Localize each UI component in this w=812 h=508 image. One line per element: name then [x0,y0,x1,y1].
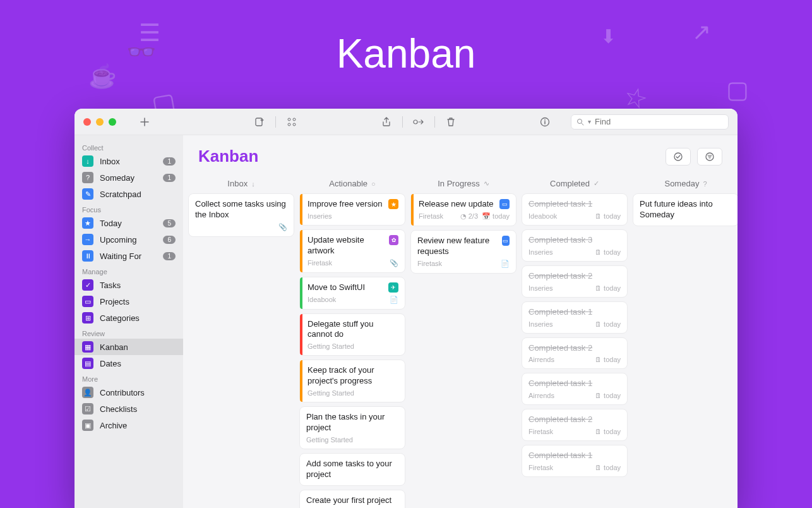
card-title: Keep track of your project's progress [307,365,398,387]
card-title: Completed task 2 [528,414,592,425]
sidebar-group-label: Collect [75,140,183,153]
move-button[interactable] [410,114,427,130]
sidebar-item-upcoming[interactable]: →Upcoming6 [75,231,183,248]
card-meta: Firetask◔ 2/3📅 today [419,212,510,221]
sidebar: Collect↓Inbox1?Someday1✎ScratchpadFocus★… [75,135,183,508]
sidebar-badge: 1 [163,252,176,260]
window-controls [83,118,116,126]
task-card[interactable]: Improve free version★Inseries [299,193,405,226]
minimize-window-button[interactable] [96,118,104,126]
task-card[interactable]: Plan the tasks in your projectGetting St… [299,406,405,449]
info-button[interactable] [537,114,553,130]
column-body: Improve free version★InseriesUpdate webs… [299,193,405,508]
sidebar-item-label: Dates [100,359,176,368]
column-title: Someday [664,179,699,188]
task-card[interactable]: Collect some tasks using the Inbox📎 [188,193,294,237]
card-meta: Firetask🗓 today [528,464,621,471]
categories-icon: ⊞ [82,312,93,324]
sidebar-item-waiting[interactable]: ⏸Waiting For1 [75,248,183,264]
add-button[interactable] [136,114,153,130]
card-meta: Ideabook🗓 today [528,212,621,220]
sidebar-item-kanban[interactable]: ▦Kanban [75,339,183,355]
task-card[interactable]: Create your first project◔ 2/2 [299,490,405,508]
task-card[interactable]: Review new feature requests▭Firetask📄 [410,230,516,274]
card-date: 🗓 today [595,464,621,471]
task-card[interactable]: Update website artwork✿Firetask📎 [299,229,405,273]
column-actionable: Actionable○Improve free version★Inseries… [299,174,405,508]
svg-point-8 [674,153,682,160]
sidebar-item-archive[interactable]: ▣Archive [75,417,183,433]
sidebar-item-today[interactable]: ★Today5 [75,215,183,231]
sidebar-badge: 1 [163,157,176,166]
sidebar-item-dates[interactable]: ▤Dates [75,355,183,372]
delete-button[interactable] [443,114,459,130]
search-input[interactable] [595,117,723,126]
column-status-icon: ? [703,180,707,188]
zoom-window-button[interactable] [109,118,116,126]
card-meta: Inseries🗓 today [528,320,621,328]
task-card[interactable]: Delegate stuff you cannot doGetting Star… [299,313,405,356]
task-card[interactable]: Completed task 3Inseries🗓 today [522,229,628,262]
task-card[interactable]: Completed task 2Airrends🗓 today [522,337,628,370]
task-card[interactable]: Completed task 1Ideabook🗓 today [522,193,628,226]
column-inbox: Inbox↓Collect some tasks using the Inbox… [188,174,294,508]
card-title: Completed task 1 [528,378,592,389]
card-project: Firetask [307,259,332,267]
app-window: ▾ Collect↓Inbox1?Someday1✎ScratchpadFocu… [75,109,737,508]
share-button[interactable] [378,114,395,130]
main-content: Kanban Inbox↓Collect some tasks using th… [183,135,737,508]
new-task-icon [254,117,265,127]
card-project: Inseries [528,320,553,328]
sidebar-badge: 6 [163,236,176,244]
task-card[interactable]: Completed task 2Inseries🗓 today [522,265,628,298]
task-card[interactable]: Completed task 2Firetask🗓 today [522,409,628,441]
sidebar-item-scratchpad[interactable]: ✎Scratchpad [75,186,183,202]
card-date: 🗓 today [595,284,621,292]
column-body: Put future ideas into Someday [633,193,737,508]
card-title: Put future ideas into Someday [640,199,732,221]
card-meta: Inseries [307,212,398,220]
close-window-button[interactable] [83,118,91,126]
filter-button[interactable] [697,148,722,166]
sidebar-item-tasks[interactable]: ✓Tasks [75,277,183,293]
svg-rect-0 [256,118,262,126]
task-card[interactable]: Completed task 1Firetask🗓 today [522,445,628,477]
hero-title: Kanban [0,30,812,77]
category-badge-icon: ✈ [388,282,398,293]
task-card[interactable]: Keep track of your project's progressGet… [299,360,405,402]
card-meta: Airrends🗓 today [528,392,621,399]
category-badge-icon: ✿ [389,235,398,245]
card-title: Delegate stuff you cannot do [307,319,398,341]
card-meta: 📎 [195,223,287,231]
check-view-button[interactable] [666,148,691,166]
search-field[interactable]: ▾ [571,114,729,130]
card-meta: Firetask📎 [307,259,398,267]
card-date: 🗓 today [595,392,621,399]
card-project: Ideabook [307,296,336,303]
sidebar-item-projects[interactable]: ▭Projects [75,293,183,310]
grid-icon [287,117,297,127]
task-card[interactable]: Completed task 1Inseries🗓 today [522,301,628,334]
task-card[interactable]: Completed task 1Airrends🗓 today [522,373,628,405]
card-meta: Firetask🗓 today [528,428,621,435]
sidebar-item-contributors[interactable]: 👤Contributors [75,384,183,401]
task-card[interactable]: Add some tasks to your project [299,453,405,486]
sidebar-item-checklists[interactable]: ☑Checklists [75,401,183,417]
task-card[interactable]: Move to SwiftUI✈Ideabook📄 [299,277,405,310]
contributors-icon: 👤 [82,387,93,398]
card-title: Completed task 3 [528,235,592,246]
task-card[interactable]: Release new update▭Firetask◔ 2/3📅 today [410,193,516,226]
sidebar-group-label: Manage [75,264,183,277]
task-card[interactable]: Put future ideas into Someday [633,193,737,226]
sidebar-item-inbox[interactable]: ↓Inbox1 [75,153,183,169]
new-task-button[interactable] [251,114,268,130]
move-into-icon [413,118,424,126]
kanban-board: Inbox↓Collect some tasks using the Inbox… [183,174,737,508]
view-toggle-button[interactable] [284,114,300,130]
sidebar-item-label: Today [100,219,157,228]
card-meta: Getting Started [307,389,398,397]
sidebar-item-label: Categories [100,313,176,323]
sidebar-item-someday[interactable]: ?Someday1 [75,169,183,186]
card-project: Getting Started [307,389,354,397]
sidebar-item-categories[interactable]: ⊞Categories [75,310,183,326]
